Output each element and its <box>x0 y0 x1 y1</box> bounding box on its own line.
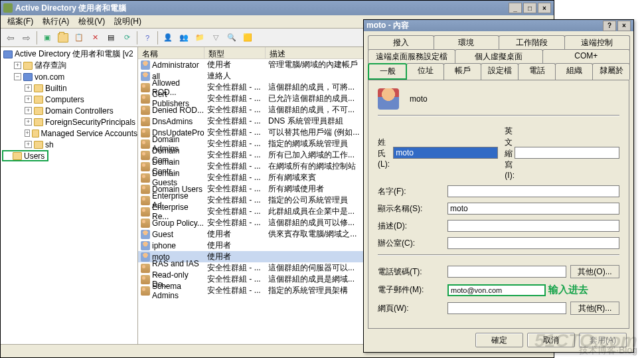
expander-icon[interactable]: + <box>25 130 30 137</box>
tree-foreign-security[interactable]: +ForeignSecurityPrincipals <box>2 116 137 128</box>
close-button[interactable]: × <box>617 21 631 31</box>
new-ou-button[interactable]: 📁 <box>193 31 207 45</box>
tab-memberof[interactable]: 隸屬於 <box>592 63 630 80</box>
find-button[interactable]: 🔍 <box>224 31 239 45</box>
filter-button[interactable]: ▽ <box>208 31 223 45</box>
more-button[interactable]: 🟨 <box>240 31 255 45</box>
close-button[interactable]: × <box>538 3 551 13</box>
header-name[interactable]: 名稱 <box>138 47 204 58</box>
tree-computers[interactable]: +Computers <box>2 94 137 105</box>
tab-profile[interactable]: 設定檔 <box>481 63 519 80</box>
group-icon <box>141 219 150 228</box>
apply-button[interactable]: 套用(A) <box>579 333 627 347</box>
group-icon <box>141 83 150 92</box>
phone-input[interactable] <box>447 266 566 278</box>
tab-address[interactable]: 位址 <box>406 63 444 80</box>
expander-icon[interactable]: + <box>25 96 32 103</box>
help-button[interactable]: ? <box>140 31 155 45</box>
new-user-button[interactable]: 👤 <box>161 31 175 45</box>
help-button[interactable]: ? <box>603 21 616 31</box>
tab-general[interactable]: 一般 <box>368 63 407 80</box>
row-type: 安全性群組 - ... <box>204 104 266 116</box>
tree-managed-accounts[interactable]: +Managed Service Accounts <box>2 128 137 139</box>
properties-button[interactable]: ▤ <box>104 31 118 45</box>
back-button[interactable]: ⇦ <box>3 31 18 45</box>
tab-org[interactable]: 組織 <box>555 63 593 80</box>
row-type: 使用者 <box>204 251 266 262</box>
delete-button[interactable]: ✕ <box>88 31 102 45</box>
group-icon <box>141 117 150 126</box>
expander-icon[interactable]: + <box>25 118 32 126</box>
tree-sh[interactable]: +sh <box>2 139 137 150</box>
folder-icon <box>34 107 43 115</box>
forward-button[interactable]: ⇨ <box>19 31 34 45</box>
row-type: 安全性群組 - ... <box>204 116 266 127</box>
tab-account[interactable]: 帳戶 <box>443 63 481 80</box>
expander-icon[interactable]: + <box>14 62 21 69</box>
clipboard-button[interactable]: 📋 <box>72 31 86 45</box>
phone-other-button[interactable]: 其他(O)... <box>570 265 619 278</box>
tab-rd-profile[interactable]: 遠端桌面服務設定檔 <box>368 49 455 64</box>
menu-view[interactable]: 檢視(V) <box>74 15 109 29</box>
folder-icon <box>34 84 43 92</box>
description-input[interactable] <box>447 220 619 232</box>
tab-remote-control[interactable]: 遠端控制 <box>564 35 631 50</box>
tree-root[interactable]: Active Directory 使用者和電腦 [v2 <box>2 48 137 60</box>
tree-users[interactable]: Users <box>2 150 48 161</box>
tab-env[interactable]: 環境 <box>434 35 500 50</box>
row-name: iphone <box>152 241 176 250</box>
tab-complus[interactable]: COM+ <box>542 49 630 64</box>
displayname-input[interactable] <box>447 203 619 215</box>
row-name: Denied ROD... <box>152 106 204 115</box>
up-button[interactable]: ▣ <box>40 31 54 45</box>
toolbar-sep2 <box>137 31 137 45</box>
web-other-button[interactable]: 其他(R)... <box>570 302 619 315</box>
tree-pane[interactable]: Active Directory 使用者和電腦 [v2 +儲存查詢 −von.c… <box>1 47 138 344</box>
web-input[interactable] <box>447 302 566 314</box>
expander-icon[interactable]: + <box>25 141 32 148</box>
new-group-button[interactable]: 👥 <box>177 31 191 45</box>
ok-button[interactable]: 確定 <box>475 333 523 347</box>
expander-icon[interactable]: + <box>25 107 32 114</box>
menu-file[interactable]: 檔案(F) <box>3 15 37 29</box>
row-type: 安全性群組 - ... <box>204 82 266 93</box>
user-icon <box>141 230 150 239</box>
tab-phone[interactable]: 電話 <box>518 63 556 80</box>
user-heading: moto <box>378 88 619 110</box>
surname-input[interactable] <box>393 147 498 159</box>
folder-button[interactable] <box>56 31 70 45</box>
tree-domain[interactable]: −von.com <box>2 71 137 82</box>
cancel-button[interactable]: 取消 <box>527 333 575 347</box>
menu-help[interactable]: 說明(H) <box>110 15 145 29</box>
refresh-button[interactable]: ⟳ <box>120 31 134 45</box>
group-icon <box>141 286 150 296</box>
row-type: 使用者 <box>204 59 266 70</box>
folder-icon <box>34 96 43 104</box>
firstname-input[interactable] <box>447 185 619 197</box>
tab-pvd[interactable]: 個人虛擬桌面 <box>455 49 542 64</box>
expander-icon[interactable]: + <box>25 84 32 92</box>
tree-saved-queries[interactable]: +儲存查詢 <box>2 60 137 71</box>
tree-domain-controllers[interactable]: +Domain Controllers <box>2 105 137 116</box>
row-type: 安全性群組 - ... <box>204 127 266 138</box>
displayname-label: 顯示名稱(S): <box>378 203 447 215</box>
divider-2 <box>378 254 619 256</box>
maximize-button[interactable]: □ <box>523 3 536 13</box>
tab-dialin[interactable]: 撥入 <box>368 35 434 50</box>
tree-builtin[interactable]: +Builtin <box>2 82 137 94</box>
expander-icon[interactable]: − <box>14 73 21 80</box>
tab-sessions[interactable]: 工作階段 <box>499 35 565 50</box>
office-input[interactable] <box>447 237 619 249</box>
email-input[interactable] <box>447 284 546 296</box>
row-type: 安全性群組 - ... <box>204 183 266 195</box>
minimize-button[interactable]: _ <box>509 3 522 13</box>
user-icon <box>141 60 150 70</box>
row-type: 安全性群組 - ... <box>204 172 266 183</box>
description-label: 描述(D): <box>378 221 447 232</box>
initials-input[interactable] <box>515 147 619 159</box>
app-icon <box>3 3 13 13</box>
phone-label: 電話號碼(T): <box>378 266 447 278</box>
header-type[interactable]: 類型 <box>204 47 266 58</box>
row-type: 安全性群組 - ... <box>204 195 266 206</box>
menu-action[interactable]: 執行(A) <box>39 15 73 29</box>
